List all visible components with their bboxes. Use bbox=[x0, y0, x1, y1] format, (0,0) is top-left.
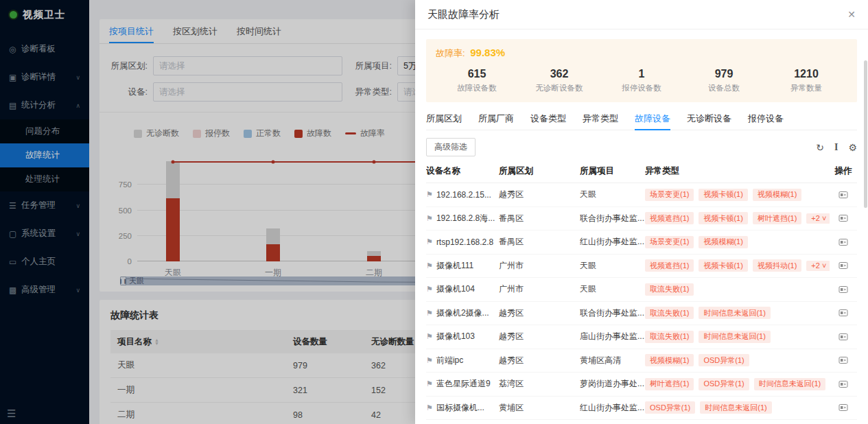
exception-tag[interactable]: 视频卡顿(1) bbox=[699, 212, 747, 224]
exception-tag[interactable]: 视频遮挡(1) bbox=[645, 259, 694, 272]
exception-tag[interactable]: 树叶遮挡(1) bbox=[645, 378, 694, 390]
exception-tag[interactable]: +2 ˅ bbox=[806, 261, 830, 271]
cell-device-name: ⚑摄像机103 bbox=[426, 331, 499, 342]
device-table-header: 设备名称 所属区划 所属项目 异常类型 操作 bbox=[426, 159, 857, 183]
device-row[interactable]: ⚑国标摄像机...黄埔区红山街办事处监...OSD异常(1)时间信息未返回(1) bbox=[426, 397, 857, 421]
exception-tag[interactable]: 场景变更(1) bbox=[645, 236, 694, 248]
drawer-tab[interactable]: 报停设备 bbox=[748, 108, 784, 130]
stat-label: 故障设备数 bbox=[436, 83, 518, 93]
exception-tag[interactable]: 视频模糊(1) bbox=[699, 236, 747, 248]
drawer-tab[interactable]: 所属区划 bbox=[426, 108, 462, 130]
playback-icon[interactable] bbox=[838, 190, 848, 200]
cell-region: 越秀区 bbox=[499, 189, 580, 200]
exception-tag[interactable]: 树叶遮挡(1) bbox=[753, 212, 801, 224]
cell-project: 红山街办事处监... bbox=[580, 236, 645, 248]
close-icon[interactable]: ✕ bbox=[847, 9, 856, 20]
cell-device-name: ⚑192.168.2.15... bbox=[426, 190, 499, 200]
exception-tag[interactable]: 取流失败(1) bbox=[645, 307, 694, 319]
playback-icon[interactable] bbox=[838, 213, 848, 223]
device-row[interactable]: ⚑蓝色星际通道9荔湾区萝岗街道办事处...树叶遮挡(1)OSD异常(1)时间信息… bbox=[426, 373, 857, 397]
device-row[interactable]: ⚑rtsp192.168.2.8番禺区红山街办事处监...场景变更(1)视频模糊… bbox=[426, 231, 857, 255]
stat-label: 异常数量 bbox=[765, 83, 847, 93]
drawer-tab[interactable]: 故障设备 bbox=[635, 108, 670, 130]
cell-exception-tags: 视频遮挡(1)视频卡顿(1)视频抖动(1)+2 ˅ bbox=[645, 259, 830, 272]
exception-tag[interactable]: OSD异常(1) bbox=[699, 354, 749, 366]
cell-project: 天眼 bbox=[580, 189, 645, 200]
exception-tag[interactable]: 视频卡顿(1) bbox=[699, 259, 747, 272]
cell-operation bbox=[830, 190, 857, 200]
cell-project: 红山街办事处监... bbox=[580, 402, 645, 414]
flag-icon: ⚑ bbox=[426, 261, 433, 270]
cell-exception-tags: 场景变更(1)视频模糊(1) bbox=[645, 236, 830, 248]
exception-tag[interactable]: 时间信息未返回(1) bbox=[699, 307, 770, 319]
col-device-name: 设备名称 bbox=[426, 165, 499, 177]
device-name-text: rtsp192.168.2.8 bbox=[436, 237, 493, 247]
cell-project: 天眼 bbox=[580, 283, 645, 295]
exception-tag[interactable]: 时间信息未返回(1) bbox=[699, 331, 770, 343]
exception-tag[interactable]: 视频模糊(1) bbox=[645, 354, 694, 366]
col-region: 所属区划 bbox=[499, 165, 580, 177]
drawer-tab[interactable]: 异常类型 bbox=[583, 108, 618, 130]
refresh-icon[interactable]: ↻ bbox=[816, 142, 824, 153]
cell-region: 番禺区 bbox=[499, 236, 580, 248]
exception-tag[interactable]: +2 ˅ bbox=[806, 213, 830, 224]
cell-project: 联合街办事处监... bbox=[580, 307, 645, 319]
cell-exception-tags: OSD异常(1)时间信息未返回(1) bbox=[645, 401, 830, 414]
playback-icon[interactable] bbox=[838, 355, 848, 365]
device-row[interactable]: ⚑摄像机2摄像...越秀区联合街办事处监...取流失败(1)时间信息未返回(1) bbox=[426, 302, 857, 326]
device-name-text: 摄像机104 bbox=[436, 283, 475, 295]
stat-value: 1 bbox=[600, 68, 683, 80]
device-name-text: 前端ipc bbox=[436, 355, 463, 366]
advanced-filter-button[interactable]: 高级筛选 bbox=[426, 138, 476, 156]
cell-project: 天眼 bbox=[580, 260, 645, 272]
playback-icon[interactable] bbox=[838, 403, 848, 412]
exception-tag[interactable]: 取流失败(1) bbox=[645, 331, 694, 343]
exception-tag[interactable]: 视频遮挡(1) bbox=[645, 212, 694, 224]
drawer-header: 天眼故障率分析 ✕ bbox=[415, 0, 868, 30]
exception-tag[interactable]: 取流失败(1) bbox=[645, 283, 694, 296]
playback-icon[interactable] bbox=[838, 332, 848, 342]
cell-device-name: ⚑国标摄像机... bbox=[426, 402, 499, 414]
drawer-scrollbar[interactable] bbox=[864, 60, 867, 208]
stat-label: 设备总数 bbox=[683, 83, 765, 93]
exception-tag[interactable]: OSD异常(1) bbox=[699, 378, 749, 390]
device-row[interactable]: ⚑摄像机111广州市天眼视频遮挡(1)视频卡顿(1)视频抖动(1)+2 ˅ bbox=[426, 255, 857, 279]
stat-value: 615 bbox=[436, 68, 518, 80]
summary-stat: 615故障设备数 bbox=[436, 68, 518, 93]
playback-icon[interactable] bbox=[838, 285, 848, 294]
flag-icon: ⚑ bbox=[426, 379, 433, 388]
cell-operation bbox=[830, 403, 857, 412]
cell-operation bbox=[830, 237, 857, 247]
playback-icon[interactable] bbox=[838, 237, 848, 247]
exception-tag[interactable]: 时间信息未返回(1) bbox=[754, 378, 825, 390]
device-row[interactable]: ⚑摄像机104广州市天眼取流失败(1) bbox=[426, 278, 857, 302]
device-row[interactable]: ⚑前端ipc越秀区黄埔区高清视频模糊(1)OSD异常(1) bbox=[426, 349, 857, 373]
cell-exception-tags: 取流失败(1) bbox=[645, 283, 830, 296]
cell-region: 广州市 bbox=[499, 260, 580, 272]
settings-icon[interactable]: ⚙ bbox=[848, 142, 857, 153]
exception-tag[interactable]: 视频抖动(1) bbox=[753, 259, 801, 272]
device-row[interactable]: ⚑192.168.2.15...越秀区天眼场景变更(1)视频卡顿(1)视频模糊(… bbox=[426, 183, 857, 207]
drawer-tab[interactable]: 设备类型 bbox=[530, 108, 566, 130]
summary-stat: 1210异常数量 bbox=[765, 68, 847, 93]
drawer-tab[interactable]: 无诊断设备 bbox=[687, 108, 731, 130]
device-name-text: 摄像机111 bbox=[436, 260, 473, 272]
playback-icon[interactable] bbox=[838, 261, 848, 270]
flag-icon: ⚑ bbox=[426, 237, 433, 246]
playback-icon[interactable] bbox=[838, 379, 848, 389]
exception-tag[interactable]: 视频模糊(1) bbox=[753, 189, 801, 201]
exception-tag[interactable]: 时间信息未返回(1) bbox=[700, 401, 771, 414]
device-name-text: 192.168.2.15... bbox=[436, 190, 491, 200]
cell-project: 庙山街办事处监... bbox=[580, 331, 645, 342]
exception-tag[interactable]: 视频卡顿(1) bbox=[699, 189, 747, 201]
cell-project: 萝岗街道办事处... bbox=[580, 378, 645, 390]
drawer-tab[interactable]: 所属厂商 bbox=[478, 108, 514, 130]
summary-stat: 1报停设备数 bbox=[600, 68, 683, 93]
column-height-icon[interactable]: I bbox=[834, 142, 838, 153]
exception-tag[interactable]: 场景变更(1) bbox=[645, 189, 694, 201]
exception-tag[interactable]: OSD异常(1) bbox=[645, 401, 695, 414]
device-row[interactable]: ⚑摄像机103越秀区庙山街办事处监...取流失败(1)时间信息未返回(1) bbox=[426, 325, 857, 349]
playback-icon[interactable] bbox=[838, 308, 848, 318]
device-row[interactable]: ⚑192.168.2.8海...番禺区联合街办事处监...视频遮挡(1)视频卡顿… bbox=[426, 207, 857, 231]
cell-project: 黄埔区高清 bbox=[580, 355, 645, 366]
